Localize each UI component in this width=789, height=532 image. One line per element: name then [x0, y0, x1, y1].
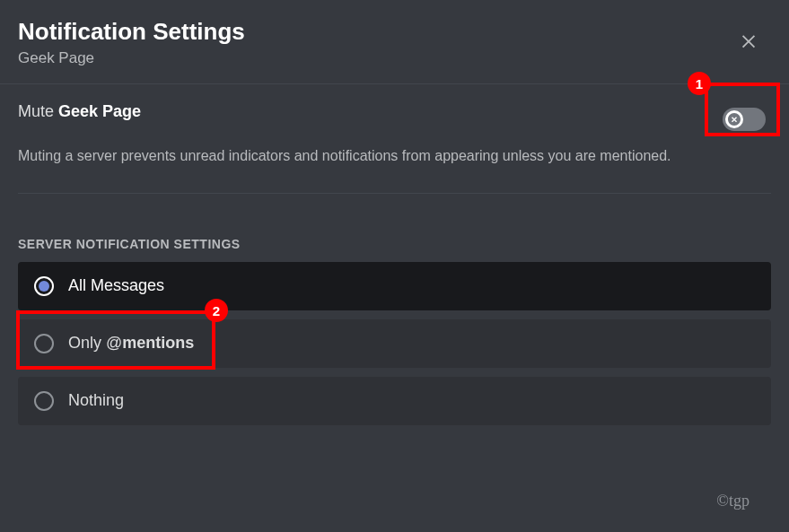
mute-target: Geek Page	[58, 102, 141, 120]
modal-header: Notification Settings Geek Page	[0, 0, 789, 84]
mute-description: Muting a server prevents unread indicato…	[18, 145, 754, 168]
watermark: ©tgp	[716, 492, 750, 510]
mute-toggle[interactable]	[723, 108, 766, 131]
close-button[interactable]	[733, 25, 764, 59]
mute-row: Mute Geek Page	[18, 102, 771, 136]
modal-body: Mute Geek Page Muting a server prevents …	[0, 84, 789, 425]
mute-prefix: Mute	[18, 102, 58, 120]
radio-label-mentions: Only @mentions	[68, 334, 194, 353]
annotation-badge-2: 2	[205, 299, 228, 322]
close-icon	[739, 31, 758, 50]
mentions-at: @	[106, 334, 122, 352]
annotation-badge-1: 1	[688, 72, 711, 95]
radio-all-messages[interactable]: All Messages	[18, 262, 771, 310]
x-icon	[728, 113, 741, 126]
radio-circle-icon	[34, 276, 54, 296]
page-title: Notification Settings	[18, 18, 733, 46]
toggle-knob	[725, 110, 743, 128]
radio-group: All Messages Only @mentions Nothing	[18, 262, 771, 425]
page-subtitle: Geek Page	[18, 49, 733, 67]
divider	[18, 193, 771, 194]
radio-only-mentions[interactable]: Only @mentions	[18, 319, 771, 368]
radio-circle-icon	[34, 334, 54, 353]
radio-label-nothing: Nothing	[68, 391, 124, 410]
radio-dot-icon	[39, 281, 49, 292]
mentions-prefix: Only	[68, 334, 106, 352]
header-text: Notification Settings Geek Page	[18, 18, 733, 67]
mute-toggle-wrap	[717, 102, 771, 136]
mentions-suffix: mentions	[122, 334, 194, 352]
radio-circle-icon	[34, 391, 54, 411]
radio-label-all: All Messages	[68, 276, 164, 295]
section-heading: SERVER NOTIFICATION SETTINGS	[18, 237, 771, 251]
radio-nothing[interactable]: Nothing	[18, 377, 771, 425]
mute-label: Mute Geek Page	[18, 102, 141, 121]
